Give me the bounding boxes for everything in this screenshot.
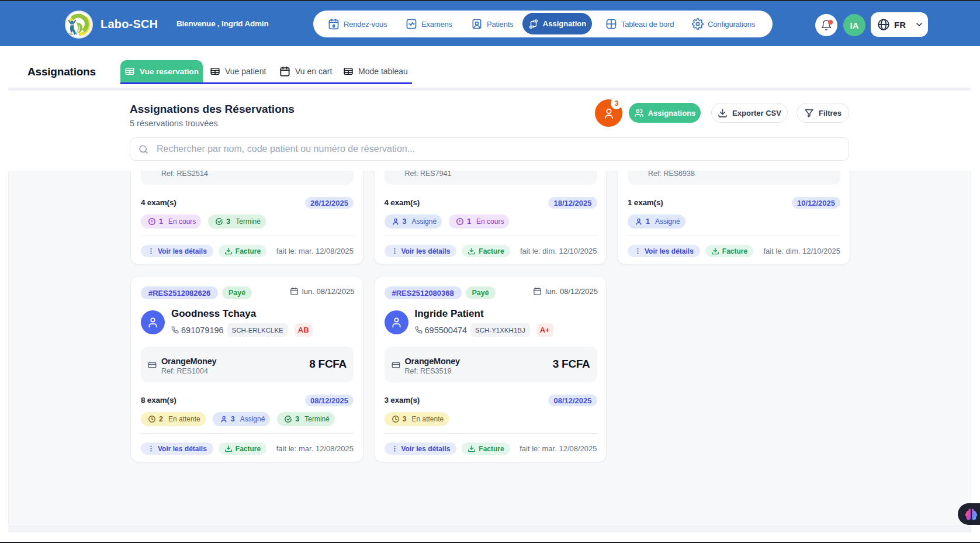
- svg-text:SCH: SCH: [69, 32, 77, 36]
- svg-text:8: 8: [333, 23, 335, 29]
